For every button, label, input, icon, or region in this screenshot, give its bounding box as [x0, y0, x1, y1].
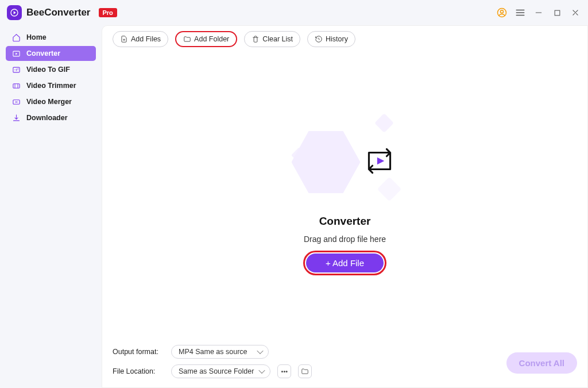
maximize-button[interactable]: [551, 7, 563, 18]
toolbar: Add Files Add Folder Clear List History: [102, 26, 587, 52]
app-window: BeeConverter Pro Home: [0, 0, 588, 388]
svg-point-2: [501, 10, 504, 13]
output-format-row: Output format: MP4 Same as source: [113, 345, 577, 359]
folder-icon: [183, 35, 191, 43]
sidebar: Home Converter Video To GIF Video Trimme…: [0, 25, 102, 388]
add-folder-button[interactable]: Add Folder: [175, 31, 237, 47]
add-file-button[interactable]: + Add File: [306, 253, 384, 272]
home-icon: [11, 33, 21, 42]
sidebar-item-label: Converter: [26, 49, 60, 57]
sidebar-item-converter[interactable]: Converter: [6, 46, 96, 61]
close-button[interactable]: [570, 7, 581, 18]
file-location-label: File Location:: [113, 367, 164, 375]
account-icon[interactable]: [496, 7, 508, 18]
sidebar-item-label: Home: [26, 33, 47, 41]
minimize-button[interactable]: [533, 7, 544, 18]
trash-icon: [252, 35, 260, 43]
sidebar-item-label: Video Merger: [26, 98, 72, 106]
output-format-label: Output format:: [113, 348, 164, 356]
logo-mark-icon: [7, 5, 22, 20]
output-format-select[interactable]: MP4 Same as source: [171, 345, 269, 359]
clear-list-button[interactable]: Clear List: [244, 31, 300, 47]
footer-bar: Output format: MP4 Same as source File L…: [102, 339, 587, 387]
open-folder-button[interactable]: [298, 364, 312, 378]
history-icon: [315, 35, 323, 43]
app-name: BeeConverter: [26, 7, 91, 18]
add-file-icon: [120, 35, 128, 43]
sidebar-item-label: Video Trimmer: [26, 82, 76, 90]
more-options-button[interactable]: •••: [277, 364, 291, 378]
body: Home Converter Video To GIF Video Trimme…: [0, 25, 588, 388]
pro-badge: Pro: [99, 8, 117, 17]
add-files-button[interactable]: Add Files: [113, 31, 168, 47]
history-button[interactable]: History: [307, 31, 355, 47]
sidebar-item-downloader[interactable]: Downloader: [6, 110, 96, 125]
sidebar-item-video-to-gif[interactable]: Video To GIF: [6, 62, 96, 77]
download-icon: [11, 113, 21, 122]
titlebar: BeeConverter Pro: [0, 0, 588, 25]
convert-icon: [361, 142, 399, 182]
drop-zone[interactable]: Converter Drag and drop file here + Add …: [102, 52, 587, 339]
hero-subtitle: Drag and drop file here: [304, 235, 386, 244]
gif-icon: [11, 65, 21, 74]
hero-graphic: [288, 116, 403, 208]
file-location-select[interactable]: Same as Source Folder: [171, 364, 270, 378]
convert-all-button[interactable]: Convert All: [506, 352, 577, 374]
sidebar-item-home[interactable]: Home: [6, 30, 96, 45]
sidebar-item-video-trimmer[interactable]: Video Trimmer: [6, 78, 96, 93]
converter-icon: [11, 49, 21, 58]
sidebar-item-video-merger[interactable]: Video Merger: [6, 94, 96, 109]
sidebar-item-label: Video To GIF: [26, 66, 70, 74]
add-file-highlight: + Add File: [303, 251, 386, 275]
main-panel: Add Files Add Folder Clear List History: [102, 25, 588, 388]
titlebar-controls: [496, 7, 581, 18]
trim-icon: [11, 81, 21, 90]
app-logo: BeeConverter Pro: [7, 5, 117, 20]
hero-title: Converter: [319, 215, 371, 228]
svg-rect-3: [555, 10, 560, 16]
merge-icon: [11, 97, 21, 106]
menu-icon[interactable]: [514, 7, 526, 18]
svg-rect-6: [13, 83, 19, 88]
sidebar-item-label: Downloader: [26, 114, 68, 122]
